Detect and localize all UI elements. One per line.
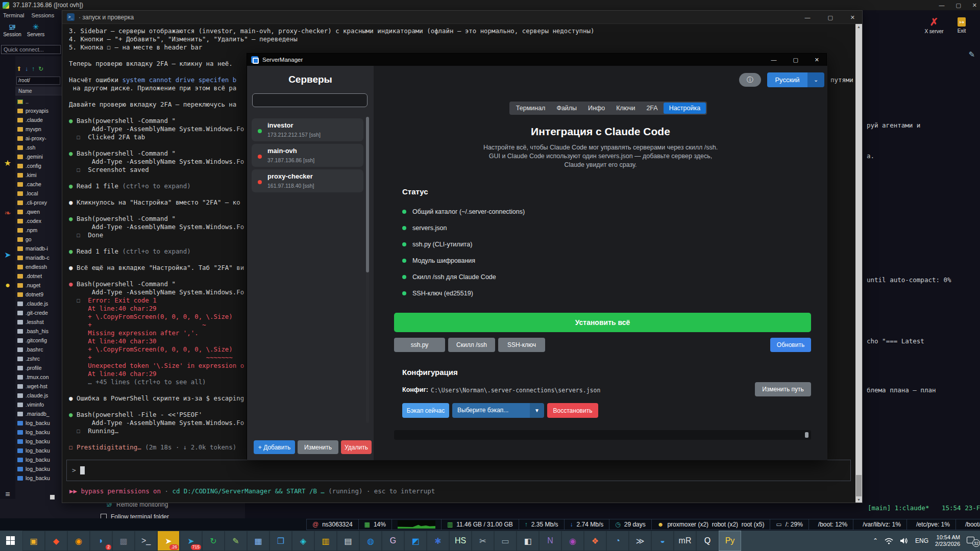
taskbar-app-icon[interactable]: ✱ (427, 531, 449, 551)
scrollbar-thumb[interactable] (366, 117, 369, 272)
server-list-item[interactable]: investor 173.212.212.157 [ssh] (252, 118, 363, 141)
install-all-button[interactable]: Установить всё (394, 313, 811, 332)
refresh-button[interactable]: Обновить (770, 338, 811, 352)
close-icon[interactable]: ✕ (972, 2, 977, 9)
ssh-key-button[interactable]: SSH-ключ (498, 338, 545, 352)
quick-connect-input[interactable]: Quick connect... (1, 45, 61, 54)
tab[interactable]: 2FA (641, 103, 663, 114)
taskbar-app-icon[interactable]: ▦ (247, 531, 270, 551)
session-button[interactable]: 🖳 Session (1, 22, 23, 37)
ssh-py-button[interactable]: ssh.py (394, 338, 445, 352)
delete-server-button[interactable]: Удалить (341, 440, 372, 454)
horizontal-scrollbar[interactable] (394, 430, 811, 440)
backup-select-dropdown[interactable]: Выберите бэкап... ▼ (452, 403, 544, 418)
maximize-icon[interactable]: ▢ (827, 14, 832, 21)
minimize-icon[interactable]: — (771, 57, 776, 63)
minimize-icon[interactable]: — (804, 14, 810, 20)
exit-button[interactable]: ↦ Exit (948, 15, 975, 34)
server-search-input[interactable] (252, 93, 368, 107)
close-icon[interactable]: ✕ (815, 57, 819, 63)
taskbar-app-icon[interactable]: G (382, 531, 404, 551)
taskbar-app-icon[interactable]: ◗ 2 (90, 531, 112, 551)
tab[interactable]: Настройка (664, 103, 706, 114)
server-list-scrollbar[interactable] (366, 117, 369, 423)
info-button[interactable]: ⓘ (739, 73, 761, 87)
macros-icon[interactable]: ❧ (0, 208, 15, 218)
add-server-button[interactable]: + Добавить (254, 440, 295, 454)
change-path-button[interactable]: Изменить путь (755, 382, 811, 396)
wifi-icon[interactable] (885, 538, 893, 544)
skill-ssh-button[interactable]: Скилл /ssh (448, 338, 495, 352)
games-ball-icon[interactable]: ● (0, 281, 15, 290)
terminal-scrollbar[interactable]: ▲ ▼ (855, 24, 862, 503)
taskbar-app-icon[interactable]: ◉ (67, 531, 90, 551)
tray-clock[interactable]: 10:54 AM 2/23/2026 (935, 534, 960, 547)
taskbar-app-icon[interactable]: ❖ (584, 531, 606, 551)
terminal-input-box[interactable]: > (66, 460, 851, 481)
x-server-button[interactable]: ✗ X server (921, 15, 947, 34)
taskbar-app-icon[interactable]: ✎ (225, 531, 247, 551)
scrollbar-handle[interactable] (805, 432, 808, 438)
file-icon (17, 458, 23, 462)
restore-button[interactable]: Восстановить (547, 403, 598, 418)
keyboard-language[interactable]: ENG (915, 537, 928, 544)
favorites-star-icon[interactable]: ★ (0, 158, 15, 168)
taskbar-app-icon[interactable]: ↻ (202, 531, 225, 551)
taskbar-app-icon[interactable]: Q (696, 531, 719, 551)
maximize-icon[interactable]: ▢ (955, 2, 961, 9)
taskbar-app-icon[interactable]: ➤ .26 (157, 531, 180, 551)
taskbar-app-icon[interactable]: >_ (135, 531, 157, 551)
taskbar-app-icon[interactable]: ▣ (22, 531, 45, 551)
taskbar-app-icon[interactable]: ✂ (472, 531, 494, 551)
notification-center-icon[interactable]: 32 (967, 536, 977, 545)
backup-now-button[interactable]: Бэкап сейчас (402, 403, 449, 418)
menu-item[interactable]: Sessions (32, 12, 55, 18)
tools-paperplane-icon[interactable]: ➤ (0, 250, 15, 260)
start-button[interactable] (6, 536, 15, 545)
taskbar-app-icon[interactable]: ◍ (359, 531, 382, 551)
taskbar-app-icon[interactable]: ≫ (629, 531, 651, 551)
close-icon[interactable]: ✕ (850, 14, 855, 21)
scroll-down-icon[interactable]: ▼ (855, 498, 862, 502)
server-list-item[interactable]: main-ovh 37.187.136.86 [ssh] (252, 144, 363, 167)
taskbar-app-icon[interactable]: ▥ (314, 531, 337, 551)
maximize-icon[interactable]: ▢ (793, 57, 798, 63)
menu-hamburger-icon[interactable]: ≡ (0, 490, 15, 499)
taskbar-app-icon[interactable]: ◉ (561, 531, 584, 551)
taskbar-app-icon[interactable]: Py (719, 531, 741, 551)
menu-item[interactable]: Terminal (3, 12, 24, 18)
taskbar-app-icon[interactable]: ◧ (517, 531, 539, 551)
download-icon[interactable]: ↓ (25, 65, 28, 72)
edit-server-button[interactable]: Изменить (298, 440, 338, 454)
taskbar-app-icon[interactable]: ➤ 715 (180, 531, 202, 551)
sftp-path-input[interactable]: /root/ (16, 77, 60, 85)
edit-pencil-icon[interactable]: ✎ (968, 50, 975, 59)
server-list-item[interactable]: proxy-checker 161.97.118.40 [ssh] (252, 169, 363, 192)
taskbar-app-icon[interactable]: ◩ (404, 531, 427, 551)
language-dropdown[interactable]: Русский ⌄ (767, 72, 824, 87)
servers-button[interactable]: ✳ Servers (24, 22, 47, 37)
tab[interactable]: Терминал (510, 103, 551, 114)
taskbar-app-icon[interactable]: ❐ (270, 531, 292, 551)
tab[interactable]: Файлы (551, 103, 582, 114)
taskbar-app-icon[interactable]: ◔ (606, 531, 629, 551)
folder-up-icon[interactable]: ⬆ (16, 65, 21, 72)
taskbar-app-icon[interactable]: ▤ (337, 531, 359, 551)
tab[interactable]: Ключи (610, 103, 641, 114)
taskbar-app-icon[interactable]: ◆ (45, 531, 67, 551)
scroll-up-icon[interactable]: ▲ (855, 25, 862, 29)
taskbar-app-icon[interactable]: ▭ (494, 531, 517, 551)
taskbar-app-icon[interactable]: ◈ (292, 531, 314, 551)
taskbar-app-icon[interactable]: mR (674, 531, 696, 551)
tab[interactable]: Инфо (582, 103, 610, 114)
minimize-icon[interactable]: — (939, 2, 944, 8)
tray-chevron-icon[interactable]: ⌃ (873, 537, 878, 544)
taskbar-app-icon[interactable]: ▩ (112, 531, 135, 551)
taskbar-app-icon[interactable]: HS (449, 531, 472, 551)
taskbar-app-icon[interactable]: ◒ (651, 531, 674, 551)
taskbar-app-icon[interactable]: N (539, 531, 561, 551)
upload-icon[interactable]: ↑ (32, 65, 35, 72)
scrollbar-thumb[interactable] (856, 475, 862, 496)
refresh-icon[interactable]: ↻ (38, 65, 43, 72)
volume-icon[interactable] (900, 537, 909, 544)
